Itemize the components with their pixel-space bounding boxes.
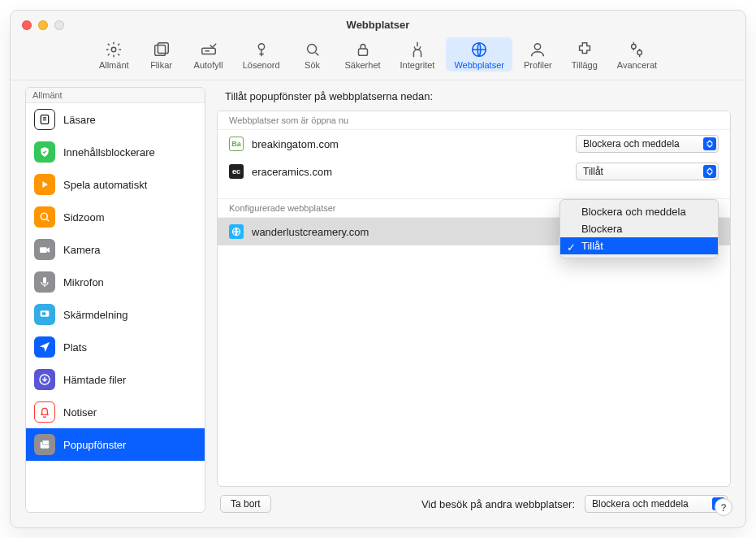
sidebar-item-downloads[interactable]: Hämtade filer: [26, 363, 205, 396]
preferences-toolbar: AllmäntFlikarAutofyllLösenordSökSäkerhet…: [11, 37, 745, 80]
screenshare-icon: [34, 304, 55, 325]
sidebar-item-reader[interactable]: Läsare: [26, 103, 205, 136]
toolbar-tab-security[interactable]: Säkerhet: [337, 37, 389, 72]
toolbar-tab-label: Profiler: [524, 60, 552, 70]
site-domain: eraceramics.com: [252, 166, 568, 178]
toolbar-tab-label: Allmänt: [99, 60, 129, 70]
sidebar-item-location[interactable]: Plats: [26, 331, 205, 363]
sidebar-item-microphone[interactable]: Mikrofon: [26, 266, 205, 298]
toolbar-tab-label: Säkerhet: [345, 60, 381, 70]
sidebar-section-header: Allmänt: [26, 88, 205, 103]
permission-select[interactable]: Tillåt: [576, 163, 719, 180]
sidebar-item-label: Innehållsblockerare: [63, 146, 155, 158]
svg-point-10: [637, 50, 642, 54]
sidebar-item-screenshare[interactable]: Skärmdelning: [26, 298, 205, 331]
default-behavior-value: Blockera och meddela: [592, 498, 689, 510]
site-favicon: Ba: [229, 137, 244, 151]
site-domain: wanderlustcreamery.com: [252, 226, 568, 238]
site-favicon: [229, 224, 244, 239]
toolbar-tab-extensions[interactable]: Tillägg: [564, 37, 606, 72]
permission-dropdown-menu[interactable]: Blockera och meddelaBlockera✓Tillåt: [559, 199, 719, 258]
contentblk-icon: [34, 141, 55, 163]
toolbar-tab-general[interactable]: Allmänt: [91, 37, 137, 72]
reader-icon: [34, 109, 55, 130]
toolbar-tab-websites[interactable]: Webbplatser: [446, 37, 512, 72]
default-behavior-select[interactable]: Blockera och meddela: [585, 495, 728, 513]
sidebar-item-label: Plats: [63, 341, 87, 354]
toolbar-tab-label: Webbplatser: [454, 60, 504, 70]
chevron-updown-icon: [706, 167, 714, 176]
sidebar-item-label: Popupfönster: [63, 439, 126, 451]
toolbar-tab-advanced[interactable]: Avancerat: [609, 37, 665, 72]
sidebar-item-label: Hämtade filer: [63, 374, 126, 386]
microphone-icon: [34, 271, 55, 293]
toolbar-tab-profiles[interactable]: Profiler: [516, 37, 560, 72]
minimize-window-button[interactable]: [38, 20, 48, 30]
toolbar-tab-label: Lösenord: [243, 60, 280, 70]
checkmark-icon: ✓: [567, 241, 576, 254]
toolbar-tab-label: Integritet: [400, 60, 435, 70]
sidebar-item-notifications[interactable]: Notiser: [26, 396, 205, 428]
toolbar-tab-passwords[interactable]: Lösenord: [235, 37, 288, 72]
panel-description: Tillåt popupfönster på webbplatserna ned…: [217, 87, 731, 111]
sidebar-item-label: Notiser: [63, 406, 97, 419]
window-controls: [22, 20, 64, 30]
permission-value: Blockera och meddela: [583, 138, 680, 150]
site-favicon: ec: [229, 164, 244, 179]
notifications-icon: [34, 401, 55, 423]
remove-button[interactable]: Ta bort: [220, 495, 271, 513]
svg-rect-2: [158, 43, 168, 54]
toolbar-tab-label: Avancerat: [617, 60, 657, 70]
dropdown-option[interactable]: Blockera och meddela: [560, 203, 718, 220]
content-area: Allmänt LäsareInnehållsblockerareSpela a…: [25, 87, 731, 513]
downloads-icon: [34, 369, 55, 390]
permission-select[interactable]: Blockera och meddela: [576, 135, 719, 153]
location-icon: [34, 336, 55, 358]
sidebar-item-autoplay[interactable]: Spela automatiskt: [26, 168, 205, 201]
settings-sidebar: Allmänt LäsareInnehållsblockerareSpela a…: [25, 87, 205, 513]
svg-point-12: [41, 213, 47, 219]
toolbar-tab-label: Flikar: [150, 60, 172, 70]
toolbar-tab-search[interactable]: Sök: [292, 37, 334, 72]
pagezoom-icon: [34, 206, 55, 228]
dropdown-option-label: Tillåt: [581, 240, 603, 252]
svg-rect-13: [40, 247, 47, 253]
chevron-updown-icon: [715, 500, 723, 508]
svg-rect-14: [43, 277, 46, 284]
zoom-window-button[interactable]: [54, 20, 64, 30]
sidebar-item-label: Sidzoom: [63, 211, 105, 223]
toolbar-tab-autofill[interactable]: Autofyll: [186, 37, 231, 72]
autoplay-icon: [34, 174, 55, 195]
svg-point-5: [307, 45, 316, 54]
site-domain: breakingatom.com: [252, 138, 568, 150]
sidebar-item-label: Läsare: [63, 114, 96, 126]
chevron-updown-icon: [706, 140, 714, 148]
close-window-button[interactable]: [22, 20, 32, 30]
sidebar-item-label: Kamera: [63, 244, 101, 256]
svg-point-8: [535, 44, 541, 50]
svg-point-0: [111, 47, 116, 52]
main-panel: Tillåt popupfönster på webbplatserna ned…: [217, 87, 731, 513]
sidebar-item-label: Mikrofon: [63, 276, 104, 289]
dropdown-option[interactable]: ✓Tillåt: [560, 237, 718, 254]
sidebar-item-pagezoom[interactable]: Sidzoom: [26, 201, 205, 233]
toolbar-tab-tabs[interactable]: Flikar: [140, 37, 183, 72]
website-row[interactable]: eceraceramics.comTillåt: [218, 158, 730, 185]
dropdown-option[interactable]: Blockera: [560, 220, 718, 237]
website-row[interactable]: Babreakingatom.comBlockera och meddela: [218, 130, 730, 158]
svg-point-9: [632, 45, 637, 50]
svg-rect-16: [42, 312, 46, 315]
sidebar-item-popups[interactable]: Popupfönster: [26, 428, 205, 461]
sidebar-item-contentblk[interactable]: Innehållsblockerare: [26, 136, 205, 168]
sidebar-list[interactable]: LäsareInnehållsblockerareSpela automatis…: [26, 103, 205, 512]
window-title: Webbplatser: [11, 11, 745, 31]
default-behavior-label: Vid besök på andra webbplatser:: [421, 498, 575, 510]
svg-rect-6: [358, 49, 367, 55]
preferences-window: Webbplatser AllmäntFlikarAutofyllLösenor…: [10, 10, 746, 528]
sidebar-item-camera[interactable]: Kamera: [26, 233, 205, 266]
dropdown-option-label: Blockera: [581, 223, 623, 235]
toolbar-tab-privacy[interactable]: Integritet: [392, 37, 443, 72]
svg-rect-1: [154, 46, 165, 56]
sidebar-item-label: Spela automatiskt: [63, 179, 147, 191]
section-header-open: Webbplatser som är öppna nu: [218, 111, 730, 130]
